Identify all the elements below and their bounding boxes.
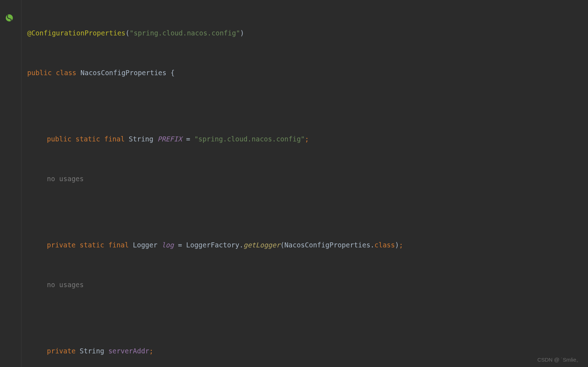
- gutter: [0, 0, 21, 367]
- annotation: @ConfigurationProperties: [27, 26, 126, 40]
- field-name: PREFIX: [157, 132, 182, 146]
- field-name: log: [161, 238, 174, 252]
- usages-hint[interactable]: no usages: [27, 278, 588, 291]
- code-area[interactable]: @ConfigurationProperties("spring.cloud.n…: [21, 0, 588, 367]
- editor-container: @ConfigurationProperties("spring.cloud.n…: [0, 0, 588, 367]
- class-name: NacosConfigProperties: [81, 66, 166, 79]
- code-line: public static final String PREFIX = "spr…: [27, 132, 588, 146]
- spring-bean-icon[interactable]: [5, 14, 14, 22]
- code-line: private static final Logger log = Logger…: [27, 238, 588, 252]
- code-line: private String serverAddr;: [27, 344, 588, 358]
- field-name: serverAddr: [108, 344, 149, 358]
- annotation-value: "spring.cloud.nacos.config": [130, 26, 240, 40]
- usages-hint[interactable]: no usages: [27, 172, 588, 185]
- code-line: @ConfigurationProperties("spring.cloud.n…: [27, 26, 588, 40]
- code-line: public class NacosConfigProperties {: [27, 66, 588, 79]
- watermark: CSDN @ ˙Smlie。: [537, 357, 582, 363]
- svg-point-0: [6, 14, 13, 21]
